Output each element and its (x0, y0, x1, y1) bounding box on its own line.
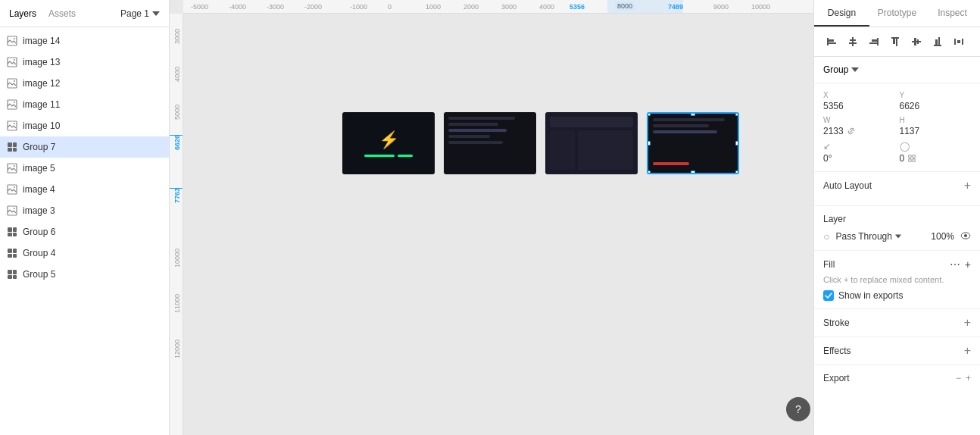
show-in-exports[interactable]: Show in exports (823, 290, 971, 301)
group-icon (6, 141, 18, 153)
canvas-content[interactable]: ⚡ (183, 14, 813, 435)
image-icon (6, 35, 18, 47)
canvas-image-group: ⚡ (342, 112, 739, 174)
layer-item-image13[interactable]: image 13 (0, 52, 169, 73)
svg-rect-39 (909, 159, 911, 161)
panel-content (578, 130, 633, 170)
layer-item-image3[interactable]: image 3 (0, 200, 169, 221)
visibility-toggle[interactable] (960, 231, 971, 242)
export-section: Export − + (814, 365, 980, 391)
align-left-button[interactable] (823, 33, 840, 50)
layer-item-group4[interactable]: Group 4 (0, 243, 169, 264)
y-value[interactable]: 6626 (900, 101, 972, 111)
panel-body (550, 130, 633, 170)
image-icon (6, 205, 18, 217)
layer-item-image12[interactable]: image 12 (0, 73, 169, 94)
handle-tl[interactable] (647, 112, 651, 116)
layer-item-image14[interactable]: image 14 (0, 30, 169, 52)
svg-rect-18 (829, 42, 836, 44)
stroke-title: Stroke (823, 318, 850, 328)
code-line-red (653, 162, 689, 165)
svg-rect-30 (917, 39, 919, 44)
chevron-down-icon (895, 233, 901, 239)
code-line (448, 123, 498, 126)
x-value[interactable]: 5356 (823, 101, 895, 111)
svg-rect-26 (893, 39, 895, 44)
left-panel-header: Layers Assets Page 1 (0, 0, 169, 27)
ruler-vline (170, 188, 183, 189)
export-add-button[interactable]: + (966, 373, 971, 383)
layer-item-image11[interactable]: image 11 (0, 94, 169, 115)
layer-label: image 10 (23, 120, 60, 131)
svg-rect-23 (872, 39, 877, 42)
layer-item-image4[interactable]: image 4 (0, 179, 169, 200)
show-exports-checkbox[interactable] (823, 290, 834, 301)
canvas-image-3[interactable] (545, 112, 638, 174)
svg-point-7 (14, 102, 15, 103)
distribute-button[interactable] (950, 33, 967, 50)
canvas-background[interactable] (183, 14, 813, 435)
tab-prototype[interactable]: Prototype (869, 0, 925, 27)
fill-grid-icon[interactable]: ⋯ (950, 258, 960, 271)
page-selector[interactable]: Page 1 (120, 8, 160, 19)
stroke-add-button[interactable]: + (964, 317, 971, 329)
svg-rect-25 (891, 37, 899, 39)
y-label: Y (900, 91, 972, 99)
layer-item-image5[interactable]: image 5 (0, 158, 169, 179)
ruler-vmark: 4000 (173, 67, 181, 82)
corner-value-row: 0 (900, 153, 972, 164)
blend-mode-select[interactable]: Pass Through (835, 231, 921, 242)
canvas-image-1[interactable]: ⚡ (342, 112, 435, 174)
code-line (448, 135, 490, 138)
svg-point-5 (14, 80, 15, 82)
layer-item-group7[interactable]: Group 7 (0, 136, 169, 158)
tab-design[interactable]: Design (814, 0, 869, 27)
handle-bm[interactable] (691, 171, 695, 174)
svg-point-42 (964, 234, 967, 237)
tab-assets[interactable]: Assets (48, 8, 76, 19)
rotation-value[interactable]: 0° (823, 153, 895, 164)
opacity-value[interactable]: 100% (927, 231, 954, 242)
svg-rect-35 (962, 39, 963, 45)
ruler-mark: -5000 (191, 3, 208, 11)
auto-layout-add-button[interactable]: + (964, 180, 971, 192)
help-button[interactable]: ? (786, 397, 810, 421)
align-bottom-button[interactable] (929, 33, 946, 50)
corner-value[interactable]: 0 (900, 153, 905, 164)
handle-tr[interactable] (735, 112, 739, 116)
rotation-prop: ↙ 0° (823, 141, 895, 164)
svg-rect-37 (909, 155, 911, 158)
fill-note: Click + to replace mixed content. (823, 275, 971, 284)
handle-br[interactable] (735, 171, 739, 174)
handle-tm[interactable] (691, 112, 695, 116)
handle-mr[interactable] (735, 141, 739, 146)
handle-bl[interactable] (647, 171, 651, 174)
align-middle-button[interactable] (908, 33, 925, 50)
group-dropdown[interactable]: Group (823, 64, 971, 75)
h-value[interactable]: 1137 (900, 126, 972, 136)
tab-inspect[interactable]: Inspect (925, 0, 980, 27)
code-line (653, 124, 709, 127)
effects-add-button[interactable]: + (964, 345, 971, 357)
ruler-mark: -3000 (267, 3, 284, 11)
canvas-area[interactable]: -5000 -4000 -3000 -2000 -1000 0 1000 200… (170, 0, 813, 435)
w-value[interactable]: 2133 (823, 126, 844, 136)
canvas-image-4-selected[interactable]: 2133 × 1137 (647, 112, 739, 174)
ruler-vmark: 3000 (173, 29, 181, 44)
image-icon (6, 77, 18, 89)
layer-item-group5[interactable]: Group 5 (0, 264, 169, 285)
fill-add-button[interactable]: + (965, 258, 971, 271)
align-top-button[interactable] (887, 33, 904, 50)
canvas-image-2[interactable] (444, 112, 536, 174)
right-panel-tabs: Design Prototype Inspect (814, 0, 980, 27)
tab-layers[interactable]: Layers (9, 8, 36, 19)
layer-item-image10[interactable]: image 10 (0, 115, 169, 136)
layer-item-group6[interactable]: Group 6 (0, 221, 169, 243)
expand-corners-icon[interactable] (907, 154, 916, 163)
align-right-button[interactable] (866, 33, 882, 50)
link-icon[interactable] (847, 127, 856, 136)
handle-ml[interactable] (647, 141, 651, 146)
export-minus-button[interactable]: − (956, 373, 961, 383)
align-center-h-button[interactable] (844, 33, 861, 50)
svg-rect-24 (869, 42, 877, 44)
